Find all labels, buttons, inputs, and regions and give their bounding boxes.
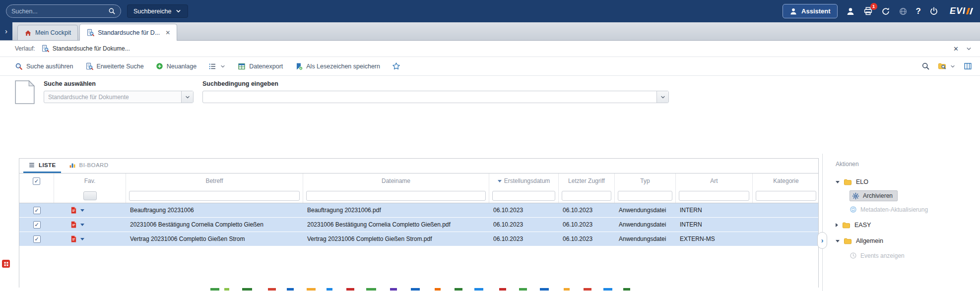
tab-label: Standardsuche für D... (98, 29, 160, 36)
select-all-checkbox[interactable] (33, 177, 40, 185)
search-scopes-button[interactable]: Suchbereiche (127, 4, 188, 18)
save-bookmark-button[interactable]: Als Lesezeichen speichern (295, 62, 380, 70)
advanced-search-label: Erweiterte Suche (97, 63, 144, 70)
sync-icon (849, 206, 857, 213)
help-button[interactable]: ? (916, 6, 921, 16)
layout-columns-icon[interactable] (964, 62, 972, 70)
tab-mein-cockpit[interactable]: Mein Cockpit (17, 25, 78, 40)
combo-dropdown-button[interactable] (656, 91, 668, 103)
assistant-icon (789, 7, 797, 15)
logout-button[interactable] (929, 7, 938, 16)
table-row[interactable]: 20231006 Bestätigung Cornelia Completto … (19, 218, 818, 232)
row-checkbox[interactable] (33, 221, 41, 229)
row-dropdown-icon[interactable] (80, 224, 84, 226)
collapse-actions-button[interactable]: › (817, 232, 827, 249)
close-icon[interactable]: ✕ (953, 45, 959, 53)
strip-segment (455, 288, 462, 291)
data-export-button[interactable]: Datenexport (238, 62, 283, 70)
combo-dropdown-button (181, 91, 193, 103)
search-select-field: Suche auswählen Standardsuche für Dokume… (44, 80, 194, 103)
expand-caret-icon (836, 181, 840, 183)
strip-segment (224, 288, 229, 291)
tree-folder-elo[interactable]: ELO (836, 175, 980, 188)
folder-search-button[interactable] (938, 62, 956, 70)
column-header-typ[interactable]: Typ (615, 174, 676, 188)
history-item[interactable]: Standardsuche für Dokume... (41, 45, 130, 53)
results-grid: LISTE BI-BOARD Fav. Betreff Dateiname Er… (19, 158, 819, 291)
strip-segment (210, 288, 219, 291)
run-search-label: Suche ausführen (26, 63, 73, 70)
list-icon (28, 162, 35, 169)
global-search[interactable] (6, 4, 121, 18)
tab-close-icon[interactable]: ✕ (165, 29, 170, 36)
strip-segment (411, 288, 420, 291)
run-search-button[interactable]: Suche ausführen (15, 62, 73, 70)
filter-input-typ[interactable] (618, 191, 672, 201)
advanced-search-button[interactable]: Erweiterte Suche (85, 62, 144, 70)
filter-input-betreff[interactable] (129, 191, 300, 201)
topbar: Suchbereiche Assistent 1 ? EVI (0, 0, 980, 22)
sidebar-expand-button[interactable]: › (0, 22, 12, 40)
row-dropdown-icon[interactable] (80, 238, 84, 240)
fav-filter-button[interactable] (83, 191, 97, 200)
column-header-fav[interactable]: Fav. (54, 174, 126, 188)
action-events-anzeigen: Events anzeigen (849, 249, 980, 262)
column-header-betreff[interactable]: Betreff (126, 174, 303, 188)
gear-icon (852, 192, 859, 200)
clock-icon (849, 252, 857, 259)
print-button[interactable]: 1 (863, 6, 873, 16)
power-icon (929, 7, 938, 16)
cell-betreff: 20231006 Bestätigung Cornelia Completto … (126, 221, 303, 228)
tree-folder-easy[interactable]: EASY (836, 219, 980, 232)
logo-text: EVI (950, 6, 966, 16)
row-checkbox[interactable] (33, 235, 41, 243)
evi-logo: EVI (950, 6, 972, 16)
filter-input-kategorie[interactable] (756, 191, 816, 201)
tab-bar: › Mein Cockpit Standardsuche für D... ✕ (0, 22, 980, 41)
language-button[interactable] (899, 7, 908, 16)
tab-liste[interactable]: LISTE (23, 159, 61, 173)
action-archivieren[interactable]: Archivieren (849, 190, 898, 201)
view-options-button[interactable] (208, 62, 226, 70)
strip-segment (564, 288, 570, 291)
column-header-letzter-zugriff[interactable]: Letzter Zugriff (559, 174, 615, 188)
column-header-dateiname[interactable]: Dateiname (303, 174, 489, 188)
redo-button[interactable] (881, 7, 890, 16)
tab-bi-board[interactable]: BI-BOARD (64, 159, 114, 173)
table-row[interactable]: Vertrag 20231006 Completto Gießen Strom … (19, 232, 818, 246)
tabs: Mein Cockpit Standardsuche für D... ✕ (17, 24, 177, 40)
filter-input-erstellungsdatum[interactable] (492, 191, 555, 201)
tab-label: Mein Cockpit (35, 29, 71, 36)
chevron-down-icon[interactable] (966, 46, 972, 52)
tree-folder-allgemein[interactable]: Allgemein (836, 234, 980, 247)
grid-empty-space (19, 246, 818, 291)
filter-input-dateiname[interactable] (306, 191, 486, 201)
filter-input-art[interactable] (679, 191, 749, 201)
column-header-erstellungsdatum[interactable]: Erstellungsdatum (489, 174, 559, 188)
row-checkbox[interactable] (33, 207, 41, 214)
search-icon[interactable] (108, 7, 116, 15)
select-all-cell (19, 174, 54, 188)
sort-desc-icon (498, 180, 502, 182)
tab-standardsuche[interactable]: Standardsuche für D... ✕ (79, 24, 177, 41)
globe-icon (899, 7, 908, 16)
topbar-actions: Assistent 1 ? EVI (783, 4, 972, 18)
history-bar-actions: ✕ (953, 45, 972, 53)
global-search-input[interactable] (11, 8, 104, 15)
table-row[interactable]: Beauftragung 20231006 Beauftragung 20231… (19, 203, 818, 218)
user-button[interactable] (846, 7, 855, 16)
cell-betreff: Vertrag 20231006 Completto Gießen Strom (126, 235, 303, 242)
new-entry-button[interactable]: Neuanlage (156, 62, 196, 70)
assistant-button[interactable]: Assistent (783, 4, 838, 18)
home-icon (24, 29, 32, 37)
cell-art: INTERN (676, 207, 753, 214)
column-header-kategorie[interactable]: Kategorie (753, 174, 819, 188)
search-settings-icon[interactable] (921, 62, 930, 70)
search-condition-combo[interactable] (202, 91, 669, 103)
alert-icon[interactable] (2, 260, 10, 268)
favorite-star-icon[interactable] (392, 62, 400, 70)
column-header-art[interactable]: Art (676, 174, 753, 188)
filter-input-letzter-zugriff[interactable] (562, 191, 611, 201)
search-condition-input[interactable] (203, 91, 656, 103)
row-dropdown-icon[interactable] (80, 209, 84, 212)
